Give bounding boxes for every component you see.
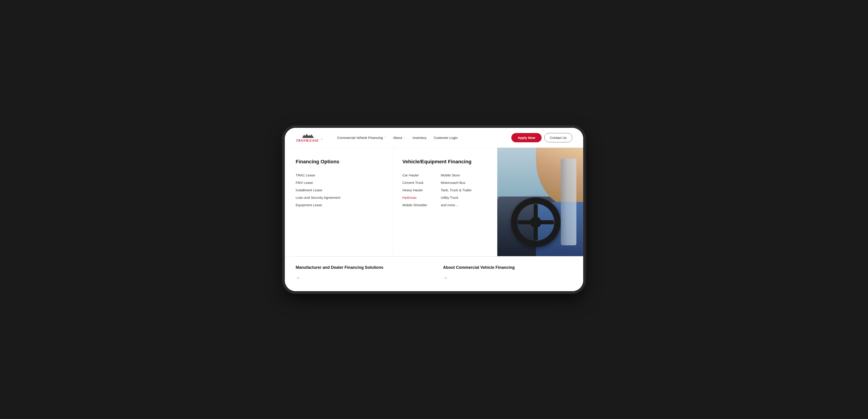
list-item-tank-truck-trailer[interactable]: Tank, Truck & Trailer — [441, 186, 472, 194]
truck-image-panel — [497, 148, 583, 256]
svg-text:®: ® — [321, 138, 322, 140]
list-item-motorcoach-bus[interactable]: Motorcoach Bus — [441, 179, 472, 186]
contact-us-button[interactable]: Contact Us — [544, 133, 572, 142]
steering-wheel — [511, 197, 561, 247]
financing-options-column: Financing Options TRAC Lease FMV Lease I… — [285, 148, 393, 256]
vehicle-list-col1: Car Hauler Cement Truck Heavy Hauler Hyd… — [402, 171, 427, 209]
vehicle-col-2: Mobile Store Motorcoach Bus Tank, Truck … — [441, 171, 472, 209]
apply-now-button[interactable]: Apply Now — [511, 133, 541, 142]
nav-item-about[interactable]: About ⌄ — [390, 134, 409, 141]
about-cvf-arrow-link[interactable]: → — [443, 275, 447, 280]
list-item-utility-truck[interactable]: Utility Truck — [441, 194, 472, 201]
bottom-section: Manufacturer and Dealer Financing Soluti… — [285, 256, 583, 291]
nav-links: Commercial Vehicle Financing ⌃ About ⌄ I… — [334, 134, 511, 141]
svg-text:TRANS: TRANS — [296, 139, 308, 142]
vehicle-equipment-column: Vehicle/Equipment Financing Car Hauler C… — [393, 148, 497, 256]
vehicle-equipment-heading: Vehicle/Equipment Financing — [402, 159, 488, 165]
financing-options-heading: Financing Options — [296, 159, 382, 165]
vehicle-columns: Car Hauler Cement Truck Heavy Hauler Hyd… — [402, 171, 488, 209]
manufacturer-card-title: Manufacturer and Dealer Financing Soluti… — [296, 265, 425, 270]
vehicle-list-col2: Mobile Store Motorcoach Bus Tank, Truck … — [441, 171, 472, 209]
list-item-trac-lease[interactable]: TRAC Lease — [296, 171, 382, 179]
list-item-fmv-lease[interactable]: FMV Lease — [296, 179, 382, 186]
logo-area[interactable]: TRANS LEASE ® — [296, 132, 323, 143]
nav-label-about: About — [393, 136, 402, 139]
nav-item-commercial-vehicle-financing[interactable]: Commercial Vehicle Financing ⌃ — [334, 134, 390, 141]
brand-logo[interactable]: TRANS LEASE ® — [296, 132, 323, 143]
nav-label-customer-login: Customer Login — [434, 136, 458, 139]
nav-actions: Apply Now Contact Us — [511, 133, 572, 142]
screen-frame: TRANS LEASE ® Commercial Vehicle Financi… — [285, 128, 583, 291]
list-item-and-more[interactable]: and more... — [441, 201, 472, 209]
list-item-loan-security[interactable]: Loan and Security Agreement — [296, 194, 382, 201]
svg-text:LEASE: LEASE — [307, 139, 319, 142]
truck-interior-image — [497, 148, 583, 256]
list-item-cement-truck[interactable]: Cement Truck — [402, 179, 427, 186]
list-item-equipment-lease[interactable]: Equipment Lease — [296, 201, 382, 209]
list-item-car-hauler[interactable]: Car Hauler — [402, 171, 427, 179]
dropdown-panel: Financing Options TRAC Lease FMV Lease I… — [285, 148, 583, 256]
manufacturer-arrow-link[interactable]: → — [296, 275, 300, 280]
nav-item-customer-login[interactable]: Customer Login — [430, 134, 461, 141]
bottom-card-manufacturer: Manufacturer and Dealer Financing Soluti… — [296, 265, 434, 280]
navbar: TRANS LEASE ® Commercial Vehicle Financi… — [285, 128, 583, 148]
nav-item-inventory[interactable]: Inventory — [409, 134, 430, 141]
list-item-hydrovac[interactable]: Hydrovac — [402, 194, 427, 201]
list-item-heavy-hauler[interactable]: Heavy Hauler — [402, 186, 427, 194]
list-item-installment-lease[interactable]: Installment Lease — [296, 186, 382, 194]
nav-label-inventory: Inventory — [412, 136, 427, 139]
list-item-mobile-shredder[interactable]: Mobile Shredder — [402, 201, 427, 209]
list-item-mobile-store[interactable]: Mobile Store — [441, 171, 472, 179]
financing-options-list: TRAC Lease FMV Lease Installment Lease L… — [296, 171, 382, 209]
nav-label-commercial: Commercial Vehicle Financing — [337, 136, 383, 139]
chevron-up-icon: ⌃ — [384, 136, 386, 139]
bottom-card-about-cvf: About Commercial Vehicle Financing → — [434, 265, 572, 280]
about-cvf-card-title: About Commercial Vehicle Financing — [443, 265, 572, 270]
chevron-down-icon: ⌄ — [403, 136, 405, 139]
vehicle-col-1: Car Hauler Cement Truck Heavy Hauler Hyd… — [402, 171, 427, 209]
